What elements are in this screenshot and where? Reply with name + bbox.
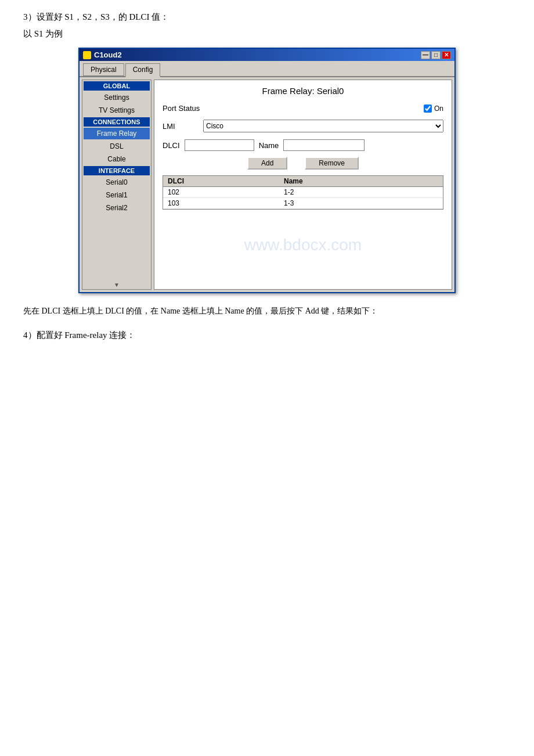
intro-text-1: 3）设置好 S1，S2，S3，的 DLCI 值：	[23, 12, 511, 23]
dlci-input-row: DLCI Name	[163, 139, 443, 151]
tab-bar: Physical Config	[80, 61, 454, 77]
sidebar-item-serial1[interactable]: Serial1	[84, 189, 150, 201]
content-title: Frame Relay: Serial0	[163, 86, 443, 96]
name-label: Name	[259, 141, 279, 150]
dlci-input[interactable]	[185, 139, 254, 151]
table-row[interactable]: 103 1-3	[163, 198, 443, 209]
lmi-select[interactable]: Cisco ANSI Q933A	[203, 120, 443, 132]
sidebar-interface-header: INTERFACE	[84, 166, 150, 175]
bottom-text2: 4）配置好 Frame-relay 连接：	[23, 330, 511, 341]
add-button[interactable]: Add	[247, 157, 287, 170]
title-controls: — □ ✕	[421, 51, 451, 59]
btn-row: Add Remove	[163, 157, 443, 170]
title-bar: C1oud2 — □ ✕	[80, 49, 454, 61]
app-icon	[83, 51, 91, 59]
sidebar-connections-header: CONNECTIONS	[84, 117, 150, 127]
lmi-label: LMI	[163, 122, 197, 131]
window-body: GLOBAL Settings TV Settings CONNECTIONS …	[80, 77, 454, 292]
sidebar-item-cable[interactable]: Cable	[84, 153, 150, 165]
sidebar-item-dsl[interactable]: DSL	[84, 141, 150, 152]
lmi-row: LMI Cisco ANSI Q933A	[163, 120, 443, 132]
sidebar-item-serial0[interactable]: Serial0	[84, 177, 150, 188]
sidebar-item-serial2[interactable]: Serial2	[84, 202, 150, 214]
minimize-button[interactable]: —	[421, 51, 430, 59]
sidebar-item-frame-relay[interactable]: Frame Relay	[84, 128, 150, 139]
table-cell-dlci-2: 103	[163, 198, 279, 208]
cloud2-window: C1oud2 — □ ✕ Physical Config GLOBAL Sett…	[78, 48, 456, 293]
sidebar: GLOBAL Settings TV Settings CONNECTIONS …	[82, 80, 151, 290]
table-header-row: DLCI Name	[163, 176, 443, 187]
sidebar-scroll-down[interactable]: ▼	[84, 282, 150, 288]
table-cell-dlci-1: 102	[163, 187, 279, 197]
port-status-on-label: On	[434, 105, 443, 113]
sidebar-item-tv-settings[interactable]: TV Settings	[84, 105, 150, 116]
content-area: Frame Relay: Serial0 Port Status On LMI …	[154, 80, 452, 290]
window-title: C1oud2	[94, 51, 122, 59]
tab-config[interactable]: Config	[125, 63, 161, 77]
bottom-text: 先在 DLCI 选框上填上 DLCI 的值，在 Name 选框上填上 Name …	[23, 304, 511, 318]
table-header-name: Name	[279, 176, 443, 186]
table-row[interactable]: 102 1-2	[163, 187, 443, 198]
watermark: www.bdocx.com	[244, 236, 362, 254]
sidebar-item-settings[interactable]: Settings	[84, 92, 150, 103]
port-status-checkbox[interactable]	[424, 105, 432, 113]
tab-physical[interactable]: Physical	[83, 63, 124, 76]
sidebar-global-header: GLOBAL	[84, 81, 150, 91]
table-header-dlci: DLCI	[163, 176, 279, 186]
port-status-row: Port Status On	[163, 104, 443, 113]
dlci-table: DLCI Name 102 1-2 103 1-3	[163, 175, 443, 210]
close-button[interactable]: ✕	[442, 51, 451, 59]
maximize-button[interactable]: □	[431, 51, 441, 59]
table-cell-name-1: 1-2	[279, 187, 443, 197]
port-status-label: Port Status	[163, 104, 200, 113]
dlci-label: DLCI	[163, 141, 180, 150]
table-cell-name-2: 1-3	[279, 198, 443, 208]
window-wrapper: C1oud2 — □ ✕ Physical Config GLOBAL Sett…	[23, 48, 511, 293]
title-bar-left: C1oud2	[83, 51, 122, 59]
intro-text-2: 以 S1 为例	[23, 28, 511, 39]
port-status-checkbox-area: On	[424, 105, 443, 113]
remove-button[interactable]: Remove	[305, 157, 359, 170]
name-input[interactable]	[283, 139, 365, 151]
